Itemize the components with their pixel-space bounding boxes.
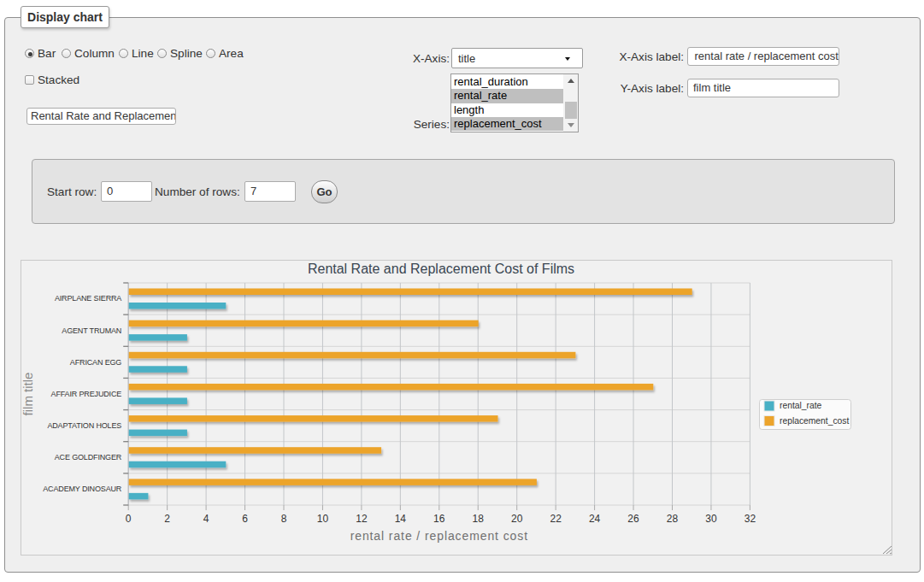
svg-text:AFFAIR PREJUDICE: AFFAIR PREJUDICE [51,390,122,398]
svg-text:14: 14 [395,513,407,525]
svg-text:32: 32 [744,513,756,525]
svg-text:film title: film title [21,373,35,416]
svg-text:ACE GOLDFINGER: ACE GOLDFINGER [55,453,122,461]
svg-text:2: 2 [164,513,170,525]
svg-text:ACADEMY DINOSAUR: ACADEMY DINOSAUR [43,485,122,493]
svg-text:AIRPLANE SIERRA: AIRPLANE SIERRA [55,294,121,303]
svg-text:16: 16 [433,513,445,525]
svg-text:22: 22 [550,513,562,525]
svg-text:20: 20 [511,513,523,525]
svg-text:rental rate / replacement cost: rental rate / replacement cost [350,529,528,543]
svg-text:18: 18 [473,513,485,525]
svg-text:replacement_cost: replacement_cost [780,416,849,426]
svg-text:26: 26 [627,513,639,525]
svg-text:24: 24 [589,513,601,525]
svg-text:AGENT TRUMAN: AGENT TRUMAN [62,326,121,335]
svg-text:0: 0 [126,513,132,525]
svg-text:4: 4 [203,513,209,525]
svg-text:12: 12 [356,513,368,525]
svg-text:6: 6 [242,513,248,525]
svg-text:28: 28 [667,513,679,525]
svg-text:rental_rate: rental_rate [780,401,822,410]
svg-text:Rental Rate and Replacement Co: Rental Rate and Replacement Cost of Film… [308,262,574,276]
svg-text:10: 10 [317,513,329,525]
svg-text:ADAPTATION HOLES: ADAPTATION HOLES [47,421,121,430]
svg-text:8: 8 [281,513,287,525]
svg-text:30: 30 [705,513,717,525]
svg-text:AFRICAN EGG: AFRICAN EGG [70,358,122,367]
